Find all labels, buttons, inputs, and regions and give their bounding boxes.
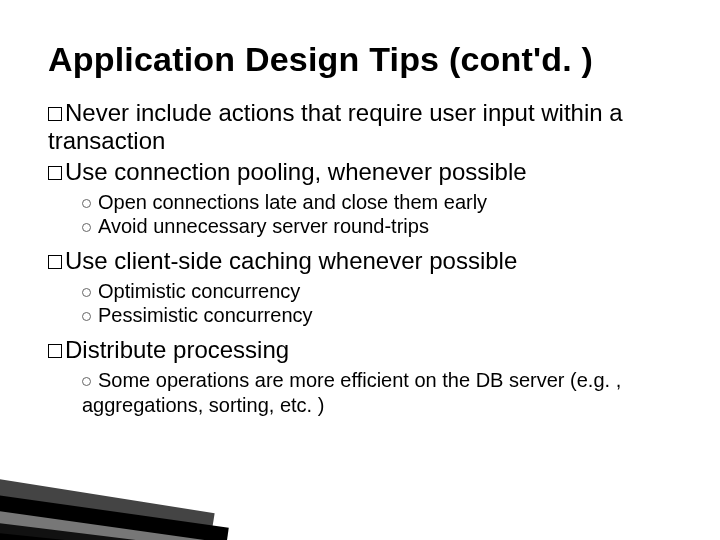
bullet-use-pooling: Use connection pooling, whenever possibl… (48, 158, 672, 186)
sub-bullet: Optimistic concurrency (82, 279, 672, 303)
decor-bar (0, 490, 229, 540)
slide: Application Design Tips (cont'd. ) Never… (0, 0, 720, 540)
bullet-client-cache: Use client-side caching whenever possibl… (48, 247, 672, 275)
sub-group-cache: Optimistic concurrency Pessimistic concu… (82, 279, 672, 328)
square-bullet-icon (48, 166, 62, 180)
sub-bullet: Avoid unnecessary server round-trips (82, 214, 672, 238)
decor-bar (0, 474, 215, 535)
square-bullet-icon (48, 107, 62, 121)
sub-bullet: Pessimistic concurrency (82, 303, 672, 327)
sub-bullet-text: Optimistic concurrency (98, 280, 300, 302)
bullet-text: Use client-side caching whenever possibl… (65, 247, 517, 274)
sub-bullet-text: Some operations are more efficient on th… (82, 369, 621, 415)
decor-bar (0, 528, 270, 540)
bullet-text: Use connection pooling, whenever possibl… (65, 158, 527, 185)
ring-bullet-icon (82, 312, 91, 321)
bullet-text: Never include actions that require user … (48, 99, 623, 154)
bullet-never: Never include actions that require user … (48, 99, 672, 156)
sub-group-pooling: Open connections late and close them ear… (82, 190, 672, 239)
bullet-distribute: Distribute processing (48, 336, 672, 364)
ring-bullet-icon (82, 223, 91, 232)
sub-bullet: Some operations are more efficient on th… (82, 368, 672, 417)
corner-decoration (0, 430, 250, 540)
bullet-text: Distribute processing (65, 336, 289, 363)
sub-bullet-text: Avoid unnecessary server round-trips (98, 215, 429, 237)
square-bullet-icon (48, 344, 62, 358)
sub-bullet-text: Pessimistic concurrency (98, 304, 313, 326)
slide-title: Application Design Tips (cont'd. ) (48, 40, 672, 79)
ring-bullet-icon (82, 377, 91, 386)
sub-bullet: Open connections late and close them ear… (82, 190, 672, 214)
decor-bar (0, 518, 255, 540)
decor-bar (0, 506, 240, 540)
sub-group-distribute: Some operations are more efficient on th… (82, 368, 672, 417)
square-bullet-icon (48, 255, 62, 269)
ring-bullet-icon (82, 199, 91, 208)
sub-bullet-text: Open connections late and close them ear… (98, 191, 487, 213)
ring-bullet-icon (82, 288, 91, 297)
